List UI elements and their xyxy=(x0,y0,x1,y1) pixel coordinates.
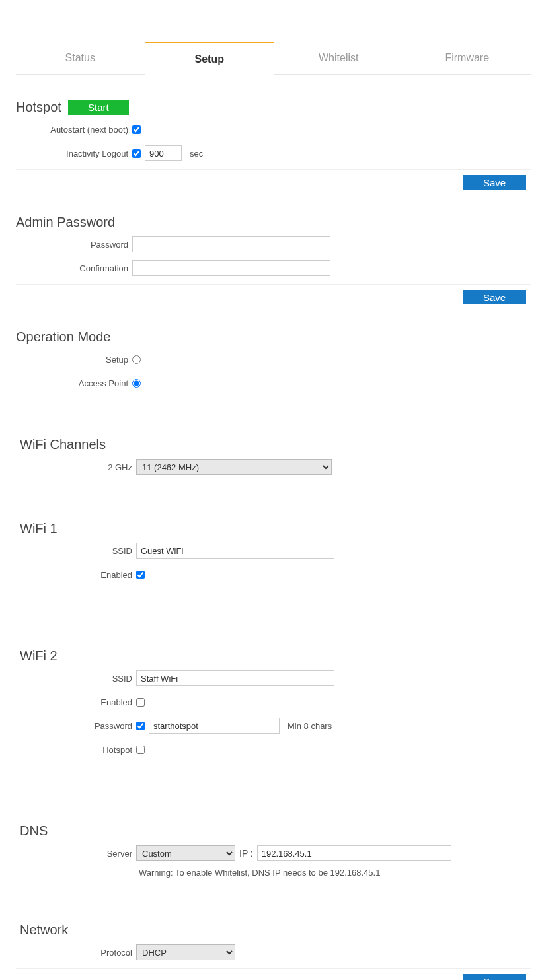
inactivity-label: Inactivity Logout xyxy=(16,149,132,158)
opmode-title: Operation Mode xyxy=(16,330,531,345)
opmode-ap-radio[interactable] xyxy=(132,379,141,388)
start-button[interactable]: Start xyxy=(68,100,129,115)
password-input[interactable] xyxy=(132,236,330,252)
tab-setup[interactable]: Setup xyxy=(145,42,275,75)
wifi2-ssid-input[interactable] xyxy=(136,670,334,686)
wifi2-title: WiFi 2 xyxy=(16,648,531,664)
inactivity-checkbox[interactable] xyxy=(132,149,141,158)
protocol-label: Protocol xyxy=(16,948,136,958)
dns-title: DNS xyxy=(16,823,531,839)
network-title: Network xyxy=(16,923,531,938)
dns-ip-label: IP : xyxy=(239,848,253,858)
opmode-setup-radio[interactable] xyxy=(132,355,141,364)
tab-whitelist[interactable]: Whitelist xyxy=(274,41,403,74)
ghz2-label: 2 GHz xyxy=(16,462,136,472)
save-button-hotspot[interactable]: Save xyxy=(463,175,526,190)
wifi2-password-label: Password xyxy=(16,721,136,731)
wifi-channels-title: WiFi Channels xyxy=(16,437,531,452)
wifi2-ssid-label: SSID xyxy=(16,674,136,683)
hotspot-title-row: Hotspot Start xyxy=(16,100,531,115)
dns-server-select[interactable]: Custom xyxy=(136,845,235,861)
save-button-admin[interactable]: Save xyxy=(463,290,526,304)
wifi2-enabled-checkbox[interactable] xyxy=(136,698,145,707)
dns-server-label: Server xyxy=(16,849,136,858)
protocol-select[interactable]: DHCP xyxy=(136,944,235,960)
tab-firmware[interactable]: Firmware xyxy=(403,41,532,74)
wifi1-enabled-checkbox[interactable] xyxy=(136,571,145,579)
tab-status[interactable]: Status xyxy=(16,41,145,74)
autostart-label: Autostart (next boot) xyxy=(16,125,132,135)
wifi1-title: WiFi 1 xyxy=(16,521,531,536)
autostart-checkbox[interactable] xyxy=(132,125,141,134)
wifi2-password-checkbox[interactable] xyxy=(136,722,145,730)
wifi2-password-hint: Min 8 chars xyxy=(288,721,332,731)
inactivity-input[interactable] xyxy=(145,145,182,161)
opmode-ap-label: Access Point xyxy=(16,378,132,388)
wifi2-hotspot-label: Hotspot xyxy=(16,745,136,755)
inactivity-unit: sec xyxy=(190,149,203,158)
opmode-setup-label: Setup xyxy=(16,355,132,365)
confirmation-input[interactable] xyxy=(132,260,330,276)
tabs: Status Setup Whitelist Firmware xyxy=(16,41,531,75)
dns-ip-input[interactable] xyxy=(257,845,451,861)
confirmation-label: Confirmation xyxy=(16,263,132,273)
save-button-network[interactable]: Save xyxy=(463,974,526,980)
hotspot-title: Hotspot xyxy=(16,100,61,115)
wifi1-ssid-label: SSID xyxy=(16,546,136,556)
wifi2-hotspot-checkbox[interactable] xyxy=(136,746,145,754)
admin-title: Admin Password xyxy=(16,215,531,230)
password-label: Password xyxy=(16,240,132,250)
wifi2-enabled-label: Enabled xyxy=(16,697,136,707)
wifi1-ssid-input[interactable] xyxy=(136,543,334,559)
dns-warning: Warning: To enable Whitelist, DNS IP nee… xyxy=(139,868,531,878)
ghz2-select[interactable]: 11 (2462 MHz) xyxy=(136,459,332,475)
wifi2-password-input[interactable] xyxy=(149,718,280,734)
wifi1-enabled-label: Enabled xyxy=(16,570,136,580)
